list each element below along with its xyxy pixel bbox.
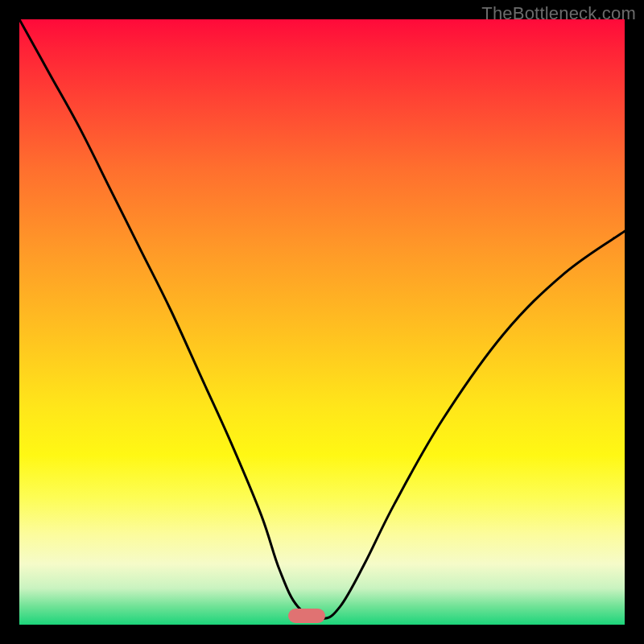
watermark-text: TheBottleneck.com	[481, 3, 636, 24]
plot-area	[19, 19, 625, 625]
optimal-marker	[288, 609, 325, 623]
curve-path	[19, 19, 625, 619]
bottleneck-curve	[19, 19, 625, 625]
chart-frame: TheBottleneck.com	[0, 0, 644, 644]
